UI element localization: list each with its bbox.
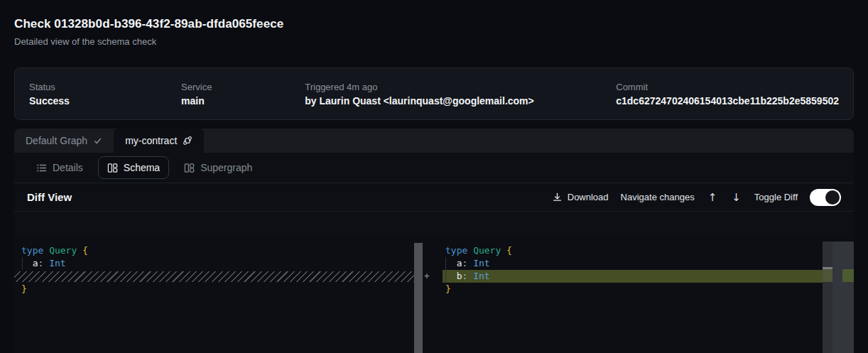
check-icon (93, 136, 102, 146)
summary-field-status: Status Success (29, 82, 181, 107)
columns-icon (184, 163, 195, 173)
compare-icon (183, 136, 192, 146)
tab-my-contract[interactable]: my-contract (114, 129, 204, 153)
toggle-diff-label: Toggle Diff (754, 192, 798, 202)
tab-supergraph-label: Supergraph (200, 162, 252, 173)
commit-value: c1dc62724702406154013cbe11b225b2e5859502 (616, 95, 839, 107)
code-line: b: Int (443, 270, 837, 283)
previous-change-button[interactable]: ↑ (707, 191, 719, 204)
tab-schema[interactable]: Schema (98, 156, 169, 179)
check-detail-shell: Default Graph my-contract Details (14, 129, 854, 353)
tab-supergraph[interactable]: Supergraph (175, 156, 261, 179)
code-line: } (423, 283, 854, 295)
code-line: a: Int (423, 257, 854, 270)
tab-content: Details Schema Supergraph Diff View (14, 153, 854, 353)
download-button[interactable]: Download (552, 192, 609, 202)
diff-view-controls: Download Navigate changes ↑ ↓ Toggle Dif… (552, 189, 841, 206)
next-change-button[interactable]: ↓ (730, 191, 742, 204)
added-change-marker-ruler (842, 269, 854, 282)
code-line: } (14, 283, 414, 295)
triggered-label: Triggered 4m ago (305, 82, 616, 92)
summary-field-service: Service main (181, 82, 305, 107)
schema-diff-editor: type Query { a: Int} type Query { a: Int… (14, 236, 854, 353)
diff-placeholder-row (14, 271, 414, 282)
indent-guide (445, 257, 446, 283)
indent-guide (22, 257, 23, 270)
toggle-diff-switch[interactable] (810, 189, 841, 206)
view-tabs: Details Schema Supergraph (14, 153, 854, 183)
page-header: Check 01328b0d-b396-43f2-89ab-dfda065fee… (14, 17, 283, 47)
diff-view-title: Diff View (27, 191, 72, 203)
diff-overview-ruler (832, 241, 854, 353)
download-icon (552, 192, 563, 202)
status-label: Status (29, 82, 181, 92)
diff-view-header: Diff View Download Navigate changes ↑ ↓ … (14, 183, 854, 212)
added-change-marker-scrollbar (823, 269, 832, 282)
tab-details-label: Details (53, 162, 83, 173)
download-label: Download (568, 192, 609, 202)
service-label: Service (181, 82, 305, 92)
tab-details[interactable]: Details (27, 156, 92, 179)
diff-split-sash[interactable] (414, 243, 423, 353)
tab-my-contract-label: my-contract (125, 135, 177, 146)
code-line: a: Int (14, 257, 414, 270)
columns-icon (107, 163, 118, 173)
commit-label: Commit (616, 82, 839, 92)
tab-default-graph-label: Default Graph (26, 135, 87, 146)
graph-tabstrip: Default Graph my-contract (14, 129, 854, 153)
status-value: Success (29, 95, 181, 107)
code-line: type Query { (423, 244, 854, 257)
list-bullet-icon (36, 163, 47, 173)
diff-pane-after[interactable]: type Query { a: Int b: Int} (423, 236, 854, 353)
page-subtitle: Detailed view of the schema check (14, 36, 283, 47)
triggered-value: by Laurin Quast <laurinquast@googlemail.… (305, 95, 616, 107)
code-line: type Query { (14, 244, 414, 257)
tab-default-graph[interactable]: Default Graph (14, 129, 114, 153)
added-line-gutter-marker: + (424, 270, 430, 283)
summary-field-commit: Commit c1dc62724702406154013cbe11b225b2e… (616, 82, 839, 107)
navigate-changes-label: Navigate changes (621, 192, 695, 202)
service-value: main (181, 95, 305, 107)
diff-pane-before[interactable]: type Query { a: Int} (14, 236, 414, 353)
page-title: Check 01328b0d-b396-43f2-89ab-dfda065fee… (14, 17, 283, 31)
tab-schema-label: Schema (124, 162, 160, 173)
summary-field-triggered: Triggered 4m ago by Laurin Quast <laurin… (305, 82, 616, 107)
check-summary-card: Status Success Service main Triggered 4m… (14, 67, 854, 120)
diff-scrollbar[interactable] (823, 241, 832, 353)
toggle-knob (825, 190, 840, 205)
